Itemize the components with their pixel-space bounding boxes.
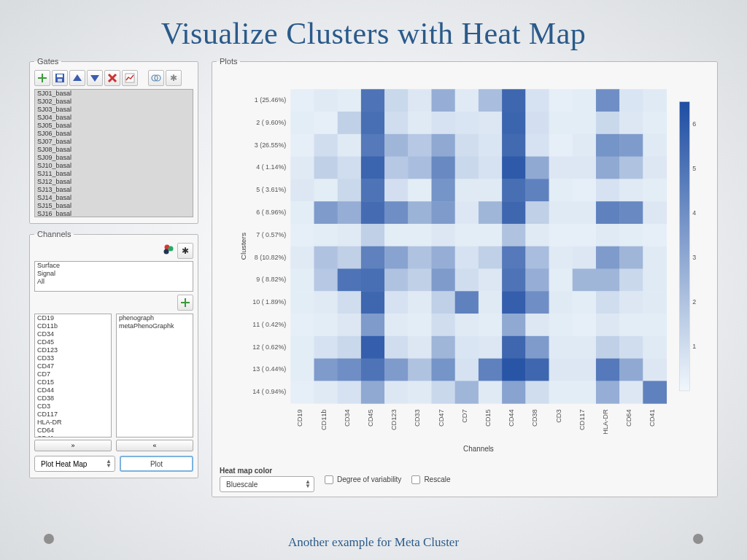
svg-rect-159: [432, 291, 456, 314]
svg-rect-85: [573, 179, 597, 201]
svg-rect-121: [290, 246, 314, 269]
svg-rect-83: [525, 179, 549, 201]
chart-icon[interactable]: [122, 70, 138, 86]
svg-rect-51: [525, 134, 549, 157]
up-icon[interactable]: [69, 70, 85, 86]
svg-rect-24: [643, 89, 667, 112]
svg-rect-18: [502, 89, 526, 112]
svg-rect-47: [432, 134, 456, 157]
svg-rect-118: [596, 224, 620, 246]
svg-rect-55: [619, 134, 643, 157]
svg-rect-99: [525, 201, 549, 224]
svg-text:2 ( 9.60%): 2 ( 9.60%): [256, 119, 286, 126]
svg-rect-115: [525, 224, 549, 246]
svg-rect-120: [643, 224, 667, 246]
rgb-dots-icon[interactable]: [162, 243, 175, 256]
svg-rect-112: [455, 224, 479, 246]
svg-text:14 ( 0.94%): 14 ( 0.94%): [252, 388, 286, 395]
gates-legend: Gates: [34, 57, 61, 66]
svg-rect-109: [384, 224, 409, 246]
svg-rect-48: [455, 134, 479, 157]
plots-panel: Plots 1 (25.46%)2 ( 9.60%)3 (26.55%)4 ( …: [212, 57, 718, 497]
svg-rect-135: [619, 246, 643, 269]
svg-rect-127: [432, 246, 456, 269]
venn-icon[interactable]: [148, 70, 164, 86]
color-scheme-value: Bluescale: [226, 481, 258, 489]
svg-rect-12: [361, 89, 385, 112]
svg-text:Clusters: Clusters: [239, 233, 247, 260]
channel-groups-listbox[interactable]: SurfaceSignalAll: [34, 261, 193, 292]
svg-rect-31: [432, 112, 456, 134]
svg-rect-80: [455, 179, 479, 201]
svg-rect-142: [408, 269, 432, 292]
svg-rect-212: [549, 359, 573, 381]
gear-icon[interactable]: ✱: [177, 243, 193, 259]
svg-rect-69: [573, 157, 597, 179]
save-icon[interactable]: [52, 70, 68, 86]
svg-rect-186: [314, 336, 338, 359]
svg-rect-28: [361, 112, 385, 134]
svg-rect-11: [338, 89, 362, 112]
add-icon[interactable]: [177, 295, 193, 311]
gates-listbox[interactable]: SJ01_basalSJ02_basalSJ03_basalSJ04_basal…: [34, 89, 193, 217]
svg-rect-150: [596, 269, 620, 292]
svg-rect-214: [596, 359, 620, 381]
plot-button[interactable]: Plot: [120, 456, 193, 472]
svg-rect-209: [479, 359, 503, 381]
svg-text:11 ( 0.42%): 11 ( 0.42%): [252, 321, 286, 328]
color-scheme-select[interactable]: Bluescale ▲▼: [220, 476, 314, 492]
channels-left-listbox[interactable]: CD19CD11bCD34CD45CD123CD33CD47CD7CD15CD4…: [34, 314, 112, 438]
down-icon[interactable]: [87, 70, 103, 86]
gear-icon[interactable]: ✱: [166, 70, 182, 86]
svg-rect-84: [549, 179, 573, 201]
svg-rect-66: [502, 157, 526, 179]
svg-rect-143: [432, 269, 456, 292]
svg-rect-157: [384, 291, 409, 314]
svg-rect-145: [479, 269, 503, 292]
svg-rect-172: [361, 314, 385, 336]
svg-rect-203: [338, 359, 362, 381]
variability-checkbox[interactable]: Degree of variability: [325, 475, 401, 484]
svg-rect-90: [314, 201, 338, 224]
svg-rect-163: [525, 291, 549, 314]
svg-rect-161: [479, 291, 503, 314]
svg-rect-106: [314, 224, 338, 246]
svg-text:CD33: CD33: [414, 409, 422, 427]
svg-rect-119: [619, 224, 643, 246]
plot-type-select[interactable]: Plot Heat Map ▲▼: [34, 456, 115, 472]
svg-rect-75: [338, 179, 362, 201]
svg-rect-30: [408, 112, 432, 134]
svg-rect-65: [479, 157, 503, 179]
svg-rect-154: [314, 291, 338, 314]
delete-icon[interactable]: [104, 70, 120, 86]
svg-rect-74: [314, 179, 338, 201]
svg-rect-67: [525, 157, 549, 179]
svg-rect-217: [290, 381, 314, 403]
svg-rect-185: [290, 336, 314, 359]
svg-rect-91: [338, 201, 362, 224]
svg-rect-169: [290, 314, 314, 336]
svg-rect-33: [479, 112, 503, 134]
svg-rect-175: [432, 314, 456, 336]
svg-rect-59: [338, 157, 362, 179]
svg-rect-10: [314, 89, 338, 112]
svg-rect-2: [58, 79, 62, 82]
move-left-button[interactable]: «: [116, 440, 193, 451]
channels-right-listbox[interactable]: phenographmetaPhenoGraphk: [116, 314, 193, 438]
rescale-checkbox[interactable]: Rescale: [411, 475, 450, 484]
svg-rect-38: [596, 112, 620, 134]
svg-rect-201: [290, 359, 314, 381]
svg-rect-72: [643, 157, 667, 179]
move-right-button[interactable]: »: [34, 440, 112, 451]
svg-rect-1: [57, 74, 63, 77]
add-icon[interactable]: [34, 70, 50, 86]
svg-rect-130: [502, 246, 526, 269]
svg-rect-170: [314, 314, 338, 336]
svg-rect-73: [290, 179, 314, 201]
svg-rect-202: [314, 359, 338, 381]
svg-rect-188: [361, 336, 385, 359]
svg-rect-182: [596, 314, 620, 336]
svg-text:9 ( 8.82%): 9 ( 8.82%): [256, 276, 286, 283]
svg-rect-88: [643, 179, 667, 201]
svg-rect-152: [643, 269, 667, 292]
